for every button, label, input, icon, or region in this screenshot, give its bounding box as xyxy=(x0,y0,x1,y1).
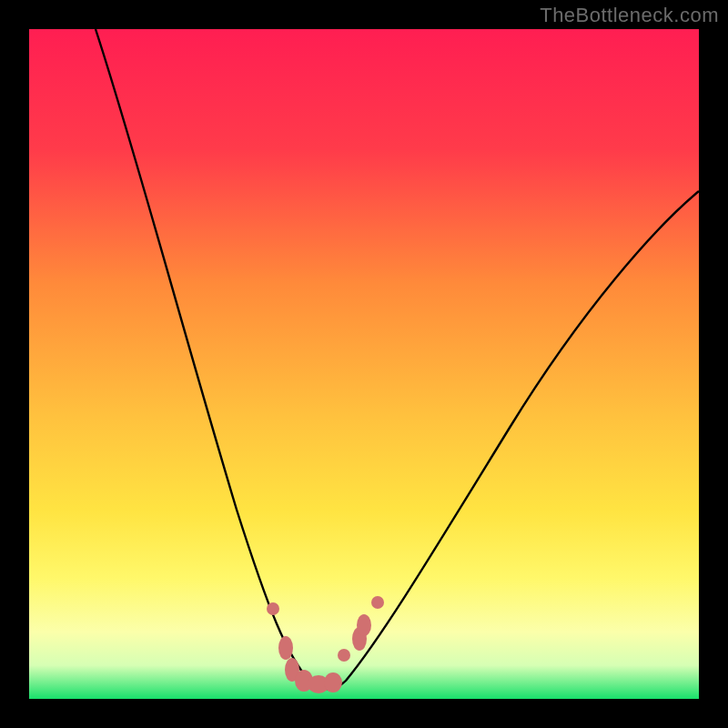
marker-dot xyxy=(357,614,371,636)
marker-dot xyxy=(278,636,293,660)
watermark-text: TheBottleneck.com xyxy=(540,4,719,27)
chart-svg xyxy=(0,0,728,728)
marker-dot xyxy=(338,649,350,662)
marker-dot xyxy=(371,596,384,609)
chart-container: TheBottleneck.com xyxy=(0,0,728,728)
marker-dot xyxy=(324,672,342,693)
plot-area xyxy=(29,29,699,699)
marker-dot xyxy=(267,602,279,615)
